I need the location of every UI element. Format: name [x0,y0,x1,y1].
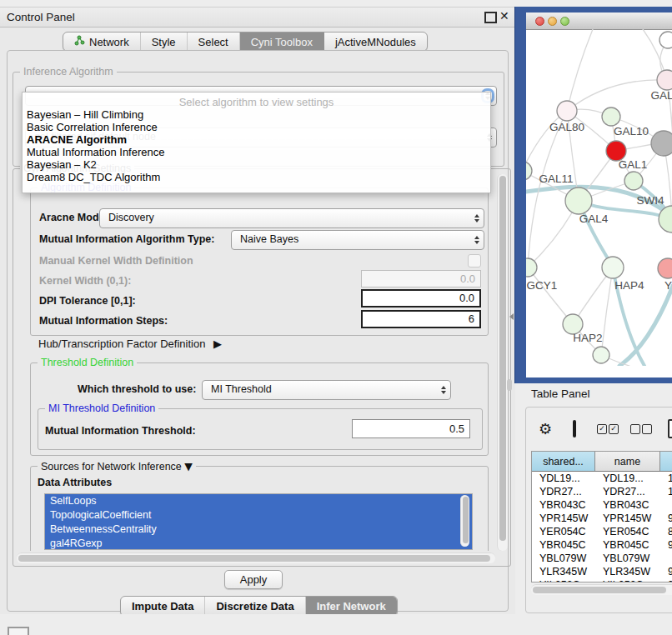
float-window-icon[interactable] [484,12,497,23]
mi-threshold-title: MI Threshold Definition [45,402,158,414]
attribute-item[interactable]: gal4RGexp [45,537,472,550]
aracne-mode-combo[interactable]: Discovery [99,208,484,228]
gear-icon[interactable]: ⚙ [539,420,552,438]
tab-label: Cyni Toolbox [251,36,313,48]
attribute-item[interactable]: SelfLoops [45,494,472,508]
minimized-panel-icon[interactable] [8,627,29,635]
hub-section-toggle[interactable]: Hub/Transcription Factor Definition ▶ [38,338,222,350]
kernel-width-field[interactable]: 0.0 [361,270,481,288]
network-node[interactable] [658,258,672,278]
network-node[interactable] [602,257,624,278]
table-row[interactable]: YDR27...YDR27...12 [532,485,672,498]
table-cell: YBL079W [532,552,595,565]
which-threshold-combo[interactable]: MI Threshold [202,380,451,400]
table-cell [660,498,672,512]
table-cell: 8. [660,525,672,538]
collapse-down-icon[interactable]: ▼ [184,460,193,472]
checked-checkbox-icon[interactable]: ✓ [597,424,607,434]
which-threshold-label: Which threshold to use: [78,383,196,395]
algorithm-option[interactable]: Bayesian – K2 [27,158,97,171]
table-row[interactable]: YER054CYER054C8. [532,525,672,538]
window-title: Control Panel [7,11,75,23]
minimize-traffic-icon[interactable] [548,17,557,26]
table-cell: 12 [660,485,672,498]
tab-cyni-toolbox[interactable]: Cyni Toolbox [240,32,324,51]
tab-infer-network[interactable]: Infer Network [306,597,397,616]
tab-discretize-data[interactable]: Discretize Data [205,597,305,616]
table-row[interactable]: YDL19...YDL19...13 [532,472,672,485]
document-icon[interactable] [668,419,672,438]
table-row[interactable]: YBL079WYBL079W [532,552,672,565]
tab-impute-data[interactable]: Impute Data [121,597,205,616]
network-node[interactable] [602,108,620,126]
list-scrollbar[interactable] [460,495,469,547]
kernel-width-label: Kernel Width (0,1): [39,275,131,287]
zoom-traffic-icon[interactable] [560,17,569,26]
table-row[interactable]: YIL052CYIL052C9 [532,578,672,582]
mi-steps-label: Mutual Information Steps: [39,315,168,327]
network-node[interactable] [565,188,592,214]
settings-vertical-scrollbar[interactable] [497,174,508,551]
tab-select[interactable]: Select [188,32,240,51]
algorithm-option[interactable]: Basic Correlation Inference [27,121,158,133]
attribute-item[interactable]: TopologicalCoefficient [45,508,472,522]
network-node[interactable] [593,347,609,363]
algorithm-option[interactable]: ARACNE Algorithm [27,133,127,146]
mi-steps-field[interactable]: 6 [361,310,481,328]
close-icon[interactable]: ✕ [499,9,509,22]
network-node[interactable] [557,101,577,121]
algorithm-option[interactable]: Bayesian – Hill Climbing [27,108,143,121]
node-label: HAP2 [573,332,602,344]
settings-horizontal-scrollbar[interactable] [17,552,495,563]
divider-scroll-thumb[interactable] [507,379,512,391]
checked-checkbox-icon[interactable]: ✓ [609,424,619,434]
network-node[interactable] [651,131,672,156]
mi-threshold-field[interactable]: 0.5 [352,419,470,438]
table-cell: YLR345W [595,565,660,578]
network-node[interactable] [657,70,672,90]
table-row[interactable]: YBR043CYBR043C [532,498,672,512]
column-header[interactable]: shared... [532,452,595,471]
algorithm-option[interactable]: Dream8 DC_TDC Algorithm [27,171,160,183]
mi-type-combo[interactable]: Naive Bayes [231,230,484,250]
split-columns-icon[interactable] [573,420,576,438]
network-edge[interactable] [528,268,573,324]
column-header[interactable]: name [595,452,660,471]
tab-network[interactable]: Network [63,32,141,51]
attribute-item[interactable]: BetweennessCentrality [45,522,472,537]
table-cell: 9. [660,538,672,552]
hub-section-label: Hub/Transcription Factor Definition [38,338,205,350]
table-cell: YIL052C [595,578,660,582]
unchecked-checkbox-icon[interactable] [630,424,640,434]
table-horizontal-scrollbar[interactable] [531,584,672,595]
algorithm-option[interactable]: Mutual Information Inference [27,146,164,158]
network-node[interactable] [659,32,672,48]
dpi-tolerance-field[interactable]: 0.0 [361,289,481,308]
network-node[interactable] [624,172,643,190]
table-row[interactable]: YLR345WYLR345W9. [532,565,672,578]
table-cell [660,552,672,565]
tab-label: Style [152,36,176,48]
node-table[interactable]: shared...nameYDL19...YDL19...13YDR27...Y… [531,451,672,582]
table-cell: YBR045C [595,538,660,552]
mi-threshold-group: MI Threshold Definition Mutual Informati… [38,408,483,450]
tab-jactivemnodules[interactable]: jActiveMNodules [324,32,427,51]
node-label: GAL10 [614,125,649,138]
column-header[interactable] [660,452,672,471]
table-row[interactable]: YPR145WYPR145W9. [532,512,672,525]
network-edge[interactable] [567,29,593,111]
split-pane-collapse-icon[interactable] [509,313,514,320]
unchecked-checkbox-icon[interactable] [642,424,652,434]
tab-style[interactable]: Style [141,32,188,51]
table-cell: YER054C [532,525,595,538]
apply-button[interactable]: Apply [224,570,283,589]
network-node[interactable] [526,258,537,277]
network-node[interactable] [526,162,532,180]
table-cell: YIL052C [532,578,595,582]
network-canvas[interactable]: GALGAL80GAL10GAL1GAL11SWI4GAL4GCY1HAP4YH… [526,29,672,366]
manual-kernel-checkbox[interactable] [468,254,481,268]
data-attributes-list[interactable]: SelfLoopsTopologicalCoefficientBetweenne… [44,493,473,550]
network-window-titlebar[interactable] [526,12,672,30]
close-traffic-icon[interactable] [535,17,544,26]
table-row[interactable]: YBR045CYBR045C9. [532,538,672,552]
